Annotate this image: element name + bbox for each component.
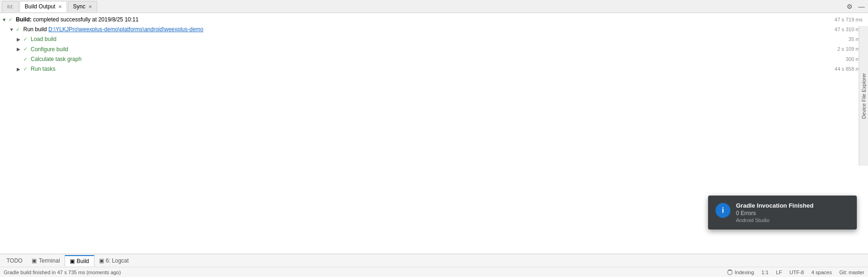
tab-prefix-label: ild: xyxy=(7,4,13,9)
check-icon-calculate-task-graph: ✓ xyxy=(23,55,30,64)
bottom-tab-todo-label: TODO xyxy=(7,257,22,264)
notification-info-icon: i xyxy=(716,203,730,218)
arrow-configure-build[interactable] xyxy=(17,46,23,53)
check-icon-load-build: ✓ xyxy=(23,35,30,44)
minimize-button[interactable]: — xyxy=(857,2,866,11)
check-icon-run-build: ✓ xyxy=(16,26,22,34)
tree-item-load-build[interactable]: ✓Load build35 ms xyxy=(0,34,868,44)
bottom-tab-todo[interactable]: TODO xyxy=(2,255,27,266)
main-area: ✓Build: completed successfully at 2019/8… xyxy=(0,13,868,254)
tree-item-run-tasks[interactable]: ✓Run tasks44 s 858 ms xyxy=(0,64,868,74)
status-left-text: Gradle build finished in 47 s 735 ms (mo… xyxy=(4,270,121,275)
item-label-run-build: Run build D:\YLKJPro\weexplus-demo\platf… xyxy=(23,25,812,34)
spinner-icon xyxy=(727,270,733,275)
bottom-tab-build-label: Build xyxy=(77,258,89,264)
tab-sync-label: Sync xyxy=(73,3,86,10)
notification-title: Gradle Invocation Finished xyxy=(736,202,849,209)
tab-build-output[interactable]: Build Output ✕ xyxy=(20,1,67,12)
status-bar-right: Indexing 1:1 LF UTF-8 4 spaces Git: mast… xyxy=(727,270,864,275)
bottom-tab-terminal-label: Terminal xyxy=(39,257,60,264)
tree-item-build-root[interactable]: ✓Build: completed successfully at 2019/8… xyxy=(0,15,868,25)
item-label-load-build: Load build xyxy=(31,35,812,44)
bottom-tab-logcat-label: 6: Logcat xyxy=(106,257,129,264)
tree-item-configure-build[interactable]: ✓Configure build2 s 109 ms xyxy=(0,45,868,54)
tree-item-calculate-task-graph[interactable]: ✓Calculate task graph300 ms xyxy=(0,54,868,64)
arrow-build-root[interactable] xyxy=(2,16,8,24)
notification-popup: i Gradle Invocation Finished 0 Errors An… xyxy=(708,196,857,230)
logcat-icon: ▣ xyxy=(99,257,104,264)
check-icon-run-tasks: ✓ xyxy=(23,65,30,74)
item-label-build-root: Build: completed successfully at 2019/8/… xyxy=(16,15,812,24)
tab-build-output-label: Build Output xyxy=(25,3,55,10)
tab-sync-close[interactable]: ✕ xyxy=(88,4,92,9)
status-indent: 4 spaces xyxy=(811,270,832,275)
arrow-load-build[interactable] xyxy=(17,36,23,43)
arrow-run-build[interactable] xyxy=(9,26,16,34)
check-icon-configure-build: ✓ xyxy=(23,45,30,54)
notification-content: Gradle Invocation Finished 0 Errors Andr… xyxy=(736,202,849,223)
arrow-run-tasks[interactable] xyxy=(17,66,23,73)
notification-source: Android Studio xyxy=(736,217,849,223)
bottom-tab-logcat[interactable]: ▣ 6: Logcat xyxy=(94,255,133,266)
indexing-indicator: Indexing xyxy=(727,270,754,275)
bottom-tab-build[interactable]: ▣ Build xyxy=(65,255,94,266)
terminal-icon: ▣ xyxy=(32,257,37,264)
check-icon-build-root: ✓ xyxy=(8,16,15,24)
tree-item-run-build[interactable]: ✓Run build D:\YLKJPro\weexplus-demo\plat… xyxy=(0,25,868,34)
item-label-configure-build: Configure build xyxy=(31,45,812,54)
item-label-run-tasks: Run tasks xyxy=(31,65,812,74)
settings-button[interactable]: ⚙ xyxy=(845,2,854,11)
item-label-calculate-task-graph: Calculate task graph xyxy=(31,55,812,64)
status-line-ending: LF xyxy=(776,270,782,275)
tab-build-output-close[interactable]: ✕ xyxy=(58,4,62,9)
status-git-branch: Git: master xyxy=(839,270,864,275)
device-file-explorer-panel[interactable]: Device File Explorer xyxy=(859,26,868,166)
status-encoding: UTF-8 xyxy=(789,270,804,275)
indexing-label: Indexing xyxy=(735,270,754,275)
bottom-tab-bar: TODO ▣ Terminal ▣ Build ▣ 6: Logcat xyxy=(0,254,868,267)
status-position: 1:1 xyxy=(762,270,769,275)
tab-sync[interactable]: Sync ✕ xyxy=(68,1,97,12)
build-icon: ▣ xyxy=(70,258,75,264)
tab-build-output-prefix: ild: xyxy=(2,1,19,12)
device-file-explorer-label: Device File Explorer xyxy=(861,73,867,119)
notification-errors: 0 Errors xyxy=(736,210,849,216)
bottom-tab-terminal[interactable]: ▣ Terminal xyxy=(27,255,64,266)
item-time-build-root: 47 s 719 ms xyxy=(812,16,868,24)
tab-bar-actions: ⚙ — xyxy=(845,2,866,11)
tab-bar: ild: Build Output ✕ Sync ✕ ⚙ — xyxy=(0,0,868,13)
status-bar: Gradle build finished in 47 s 735 ms (mo… xyxy=(0,267,868,277)
